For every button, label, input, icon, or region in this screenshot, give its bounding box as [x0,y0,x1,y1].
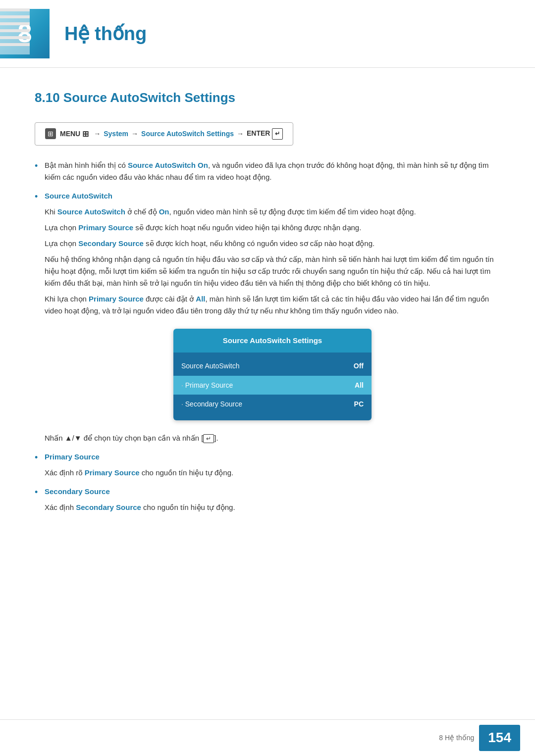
list-item-source-autoswitch: Source AutoSwitch Khi Source AutoSwitch … [35,190,500,444]
secondary-value: PC [354,399,364,409]
bullet-list: Bật màn hình hiển thị có Source AutoSwit… [35,159,500,513]
main-content: 8.10 Source AutoSwitch Settings MENU ⊞ →… [0,88,535,560]
sa-p5: Khi lựa chọn Primary Source được cài đặt… [45,293,500,317]
nav-hint: Nhấn ▲/▼ để chọn tùy chọn bạn cần và nhấ… [45,432,500,444]
sa-p3: Lựa chọn Secondary Source sẽ được kích h… [45,238,500,250]
section-title: 8.10 Source AutoSwitch Settings [35,88,500,108]
svg-rect-6 [0,0,30,54]
chapter-title: Hệ thống [64,19,147,49]
settings-row-primary: Primary Source All [173,376,372,395]
footer-page-number: 154 [479,725,520,751]
intro-text: Bật màn hình hiển thị có Source AutoSwit… [45,159,500,183]
footer-chapter-label: 8 Hệ thống [439,732,474,743]
chapter-header: 8 Hệ thống [0,0,535,68]
arrow1: → [94,128,101,139]
menu-grid-icon: ⊞ [82,128,89,141]
settings-row-secondary: Secondary Source PC [173,395,372,413]
footer: 8 Hệ thống 154 [0,719,535,756]
menu-label: MENU [60,128,80,139]
primary-source-section: Primary Source Xác định rõ Primary Sourc… [45,451,500,479]
list-item-primary-source: Primary Source Xác định rõ Primary Sourc… [35,451,500,479]
sa-p2: Lựa chọn Primary Source sẽ được kích hoạ… [45,222,500,234]
system-label: System [104,128,128,139]
arrow3: → [237,128,244,139]
menu-icon [45,128,56,139]
primary-source-text: Xác định rõ Primary Source cho nguồn tín… [45,467,500,479]
secondary-source-title: Secondary Source [45,486,500,498]
secondary-source-text: Xác định Secondary Source cho nguồn tín … [45,502,500,513]
autoswitch-value: Off [354,360,364,371]
autoswitch-label: Source AutoSwitch [181,360,240,371]
sa-p4: Nếu hệ thống không nhận dạng cả nguồn tí… [45,253,500,289]
settings-panel-header: Source AutoSwitch Settings [173,329,372,353]
list-item-secondary-source: Secondary Source Xác định Secondary Sour… [35,486,500,513]
corner-decoration [0,0,30,54]
list-item-intro: Bật màn hình hiển thị có Source AutoSwit… [35,159,500,183]
settings-panel: Source AutoSwitch Settings Source AutoSw… [173,329,372,420]
settings-label: Source AutoSwitch Settings [141,128,234,139]
settings-row-autoswitch: Source AutoSwitch Off [173,356,372,375]
source-autoswitch-section: Source AutoSwitch Khi Source AutoSwitch … [45,190,500,444]
source-autoswitch-title: Source AutoSwitch [45,190,500,202]
menu-path: MENU ⊞ → System → Source AutoSwitch Sett… [35,122,293,146]
primary-source-title: Primary Source [45,451,500,463]
enter-icon-inline: ↵ [203,434,214,443]
sa-p1: Khi Source AutoSwitch ở chế độ On, nguồn… [45,206,500,218]
settings-panel-body: Source AutoSwitch Off Primary Source All… [173,353,372,420]
enter-icon: ↵ [272,128,283,140]
primary-label: Primary Source [181,380,233,391]
secondary-source-section: Secondary Source Xác định Secondary Sour… [45,486,500,513]
primary-value: All [355,380,364,391]
secondary-label: Secondary Source [181,399,242,409]
enter-label: ENTER↵ [247,128,283,140]
arrow2: → [131,128,138,139]
